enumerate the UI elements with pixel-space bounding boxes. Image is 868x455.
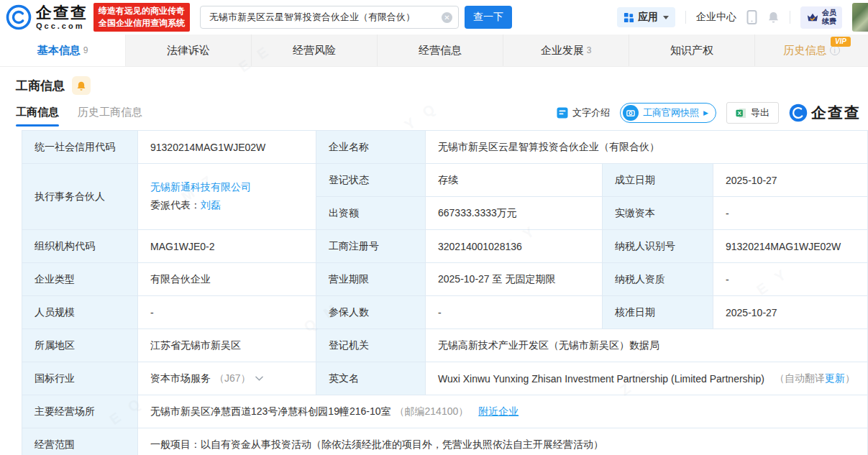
export-button[interactable]: X 导出 (726, 102, 779, 124)
field-label: 纳税人识别号 (603, 230, 713, 262)
field-label: 人员规模 (22, 296, 137, 328)
field-label: 登记机关 (316, 329, 425, 362)
tab-history-info[interactable]: VIP 历史信息 i (755, 35, 868, 66)
snapshot-label: 工商官网快照 (643, 106, 699, 119)
divider (685, 11, 686, 24)
qcc-logo[interactable]: 企查查 Qcc.com 缔造有远见的商业传奇 全国企业信用查询系统 (6, 3, 190, 32)
field-value: 91320214MAG1WJE02W (138, 131, 316, 163)
vip-renew-label: 会员 续费 (822, 9, 836, 27)
field-label: 工商注册号 (316, 230, 425, 262)
qcc-logo-icon (6, 4, 32, 30)
qcc-circle-icon (789, 104, 808, 122)
play-arrow-icon: ▶ (703, 109, 708, 116)
field-label: 登记状态 (316, 164, 425, 196)
field-label: 执行事务合伙人 (22, 164, 137, 229)
svg-text:X: X (738, 110, 742, 116)
chevron-down-icon (663, 16, 669, 19)
section-header: 工商信息 (11, 76, 868, 95)
field-value: MAG1WJE0-2 (138, 230, 316, 262)
vip-renew-button[interactable]: 会员 续费 (800, 6, 842, 29)
field-value: 2025-10-27 (713, 296, 867, 328)
field-value: 91320214MAG1WJE02W (713, 230, 867, 262)
field-value: Wuxi Xinwu Yunxing Zhisan Investment Par… (426, 362, 867, 395)
user-avatar[interactable] (852, 3, 868, 32)
apps-menu-button[interactable]: 应用 (617, 7, 675, 27)
field-value: - (138, 296, 316, 328)
delegate-line: 委派代表：刘磊 (150, 199, 221, 212)
update-translation-link[interactable]: 更新 (825, 372, 845, 384)
field-label: 纳税人资质 (603, 263, 713, 295)
field-label: 出资额 (316, 197, 425, 229)
field-label: 主要经营场所 (22, 395, 137, 428)
nearby-companies-link[interactable]: 附近企业 (478, 405, 518, 418)
field-value: - (426, 296, 602, 328)
tab-company-development[interactable]: 企业发展3 (503, 35, 629, 66)
field-value: 无锡高新技术产业开发区（无锡市新吴区）数据局 (426, 329, 867, 362)
clear-search-icon[interactable]: ✕ (442, 12, 452, 23)
brand-domain: Qcc.com (36, 22, 88, 30)
field-value: 2025-10-27 至 无固定期限 (426, 263, 602, 295)
toolbar: 文字介绍 工商官网快照 ▶ X (557, 102, 861, 127)
excel-icon: X (736, 108, 746, 119)
field-value: - (713, 197, 867, 229)
text-doc-icon (557, 107, 568, 119)
subtab-business-info[interactable]: 工商信息 (16, 106, 59, 127)
apps-label: 应用 (638, 11, 658, 24)
info-icon: i (830, 45, 840, 55)
field-label: 实缴资本 (603, 197, 713, 229)
subscribe-bell-button[interactable] (72, 76, 91, 95)
text-intro-button[interactable]: 文字介绍 (557, 106, 610, 119)
tab-intellectual-property[interactable]: 知识产权 (629, 35, 755, 66)
enterprise-center-link[interactable]: 企业中心 (696, 11, 736, 24)
field-value: 无锡新通科技有限公司 委派代表：刘磊 (138, 164, 316, 229)
auto-translate-note: （自动翻译更新） (775, 372, 855, 385)
field-value: 江苏省无锡市新吴区 (138, 329, 316, 362)
field-value: 667333.3333万元 (426, 197, 602, 229)
tab-operation-info[interactable]: 经营信息 (378, 35, 503, 66)
field-value: 320214001028136 (426, 230, 602, 262)
field-label: 组织机构代码 (22, 230, 137, 262)
tab-legal-litigation[interactable]: 法律诉讼 (126, 35, 252, 66)
mobile-icon[interactable] (746, 10, 757, 24)
slogan-line1: 缔造有远见的商业传奇 (99, 5, 185, 17)
official-snapshot-button[interactable]: 工商官网快照 ▶ (620, 103, 716, 123)
tab-basic-info[interactable]: 基本信息9 (0, 35, 126, 66)
apps-grid-icon (623, 12, 634, 23)
search-box[interactable]: ✕ (200, 6, 459, 29)
text-intro-label: 文字介绍 (572, 106, 610, 119)
notification-bell-icon[interactable] (767, 11, 780, 24)
brand-slogan: 缔造有远见的商业传奇 全国企业信用查询系统 (93, 3, 190, 32)
chevron-down-icon[interactable] (255, 374, 263, 384)
field-label: 企业类型 (22, 263, 137, 295)
field-label: 经营范围 (22, 428, 137, 455)
field-label: 企业名称 (316, 131, 425, 163)
field-value: 存续 (426, 164, 602, 196)
search-input[interactable] (209, 12, 442, 23)
subtab-toolbar-row: 工商信息 历史工商信息 文字介绍 (11, 102, 868, 127)
header-right: 应用 企业中心 (617, 3, 868, 32)
export-label: 导出 (751, 106, 769, 119)
field-value: 2025-10-27 (713, 164, 867, 196)
bell-icon (76, 81, 86, 91)
field-value: - (713, 263, 867, 295)
field-label: 所属地区 (22, 329, 137, 362)
subtab-history-business-info[interactable]: 历史工商信息 (78, 106, 142, 127)
main-tabbar: 基本信息9 法律诉讼 经营风险 经营信息 企业发展3 知识产权 VIP 历史信息… (0, 35, 868, 67)
field-label: 统一社会信用代码 (22, 131, 137, 163)
field-value: 一般项目：以自有资金从事投资活动（除依法须经批准的项目外，凭营业执照依法自主开展… (138, 428, 867, 455)
partner-company-link[interactable]: 无锡新通科技有限公司 (150, 181, 251, 194)
search-button[interactable]: 查一下 (465, 6, 512, 29)
section-title: 工商信息 (16, 78, 65, 94)
content-area: 工商信息 工商信息 历史工商信息 文字介绍 (0, 67, 868, 455)
field-label: 参保人数 (316, 296, 425, 328)
brand-name: 企查查 (36, 5, 88, 21)
vip-badge: VIP (831, 37, 851, 47)
tab-operation-risk[interactable]: 经营风险 (252, 35, 378, 66)
field-label: 成立日期 (603, 164, 713, 196)
field-value: 无锡市新吴区净慧西道123号净慧科创园19幢216-10室 （邮编214100）… (138, 395, 867, 428)
field-label: 国标行业 (22, 362, 137, 395)
tab-badge: 3 (587, 45, 592, 55)
camera-icon (623, 105, 639, 121)
qcc-company-page: E E Y Q M Z E Y Q M Z E E Y E Q 企查查 Qcc.… (0, 0, 868, 455)
delegate-name-link[interactable]: 刘磊 (201, 199, 221, 211)
